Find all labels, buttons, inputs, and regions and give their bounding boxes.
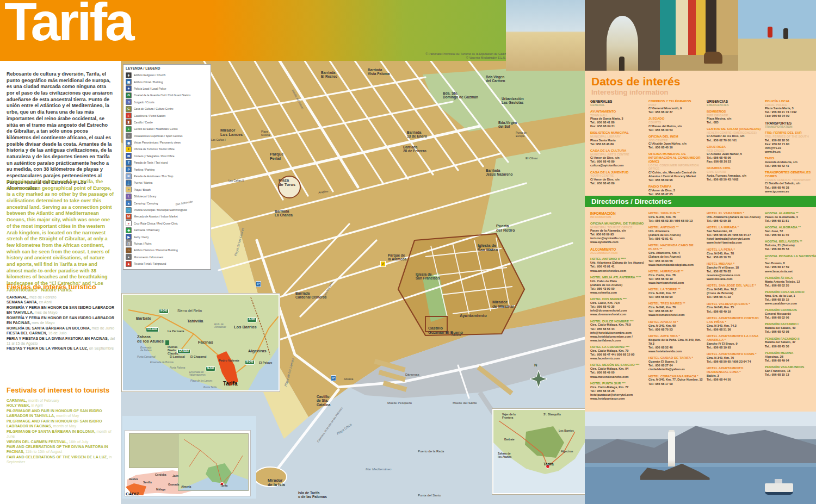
festival-item: VIRGEN DEL CARMEN FESTIVAL, 16th of July	[7, 439, 115, 444]
festival-item: FAIR AND CELEBRATIONS OF THE DIVINA PAST…	[7, 444, 115, 455]
directory-entry: OFICINA MUNICIPAL DE INFORMACIÓN AL CONS…	[648, 152, 703, 182]
fiesta-item: ROMERÍA Y FERIA EN HONOR DE SAN ISIDRO L…	[7, 305, 115, 315]
directory-entry: BOMBEROSFIRE BRIGADEPlaza Mesina, s/nTel…	[707, 110, 761, 125]
hotel-entry: HOTEL MESÓN DE SANCHO ***Ctra. Cádiz-Mál…	[590, 363, 645, 378]
hotel-entry: HOTEL COPACABANA BEACH *Ctra. N-340, Km.…	[648, 375, 703, 386]
inset-label: Los Barrios	[559, 430, 574, 433]
directory-entry: TRANSPORTES GENERALES COMESCOMES GENERAL…	[765, 171, 816, 194]
map-label: P	[256, 281, 261, 287]
hotel-entry: HOTEL APARTAMENTO CORTIJO LAS PIÑAS *Ctr…	[707, 316, 761, 332]
hotel-entry: HOTEL APARTAMENTO OASIS *Ctra. N-340, Km…	[707, 352, 761, 364]
map-label: Carretera de la Isla de las Palomas	[317, 407, 343, 443]
inset-label: Zahara de los Atunes	[498, 452, 511, 458]
directory-entry: POLICÍA LOCALLOCAL POLICEPlaza Santa Mar…	[765, 99, 816, 119]
inset-label: Barbate	[504, 438, 515, 441]
map-label: Muelle Pesquero	[387, 401, 412, 405]
inset-southeast-map: Vejer de la FronteraSª. BlanquillaBarbat…	[492, 409, 586, 494]
festival-item: FAIR AND CELEBRATIONS OF THE VIRGEN DE L…	[7, 455, 115, 465]
map-label: Muelle del Santo	[453, 401, 477, 405]
photo-beach-dunes	[506, 0, 585, 71]
hotel-entry: HOTEL HURRICANE **Ctra. Cádiz, Km. 78Tel…	[648, 270, 703, 285]
festival-item: HOLY WEEK, in April	[7, 403, 115, 408]
map-label: Arapiles	[318, 190, 329, 194]
map-label: Mirador de la Isla	[268, 478, 285, 488]
hotel-entry: HOTEL MISIANA *Sancho IV el Bravo, 18Tel…	[707, 262, 761, 281]
rider-red	[768, 27, 772, 38]
festival-item: PILGRIMAGE AND FAIR IN HONOUR OF SAN ISI…	[7, 419, 115, 429]
hotel-entry: HOTEL TRES MARES **Ctra. N-340, Km. 76Te…	[648, 302, 703, 317]
hotel-entry: HOTEL DULCE NOMBRE ***Ctra. Cádiz-Málaga…	[590, 320, 645, 343]
directorios-column-3: HOTEL EL VARADERO *Urb. Atlanterra (Zaha…	[707, 211, 761, 403]
directory-entry: CORREOS Y TELÉGRAFOSPOSTC/ General Mosca…	[648, 99, 703, 114]
directory-entry: CASA DE LA JUVENTUDYOUTH CENTREC/ Amor d…	[590, 171, 645, 185]
directorios-column-4: HOSTAL ALAMEDA **Paseo de la Alameda, 4T…	[765, 211, 816, 403]
inset-southeast-labels: Vejer de la FronteraSª. BlanquillaBarbat…	[493, 410, 585, 493]
credit-line: © Patronato Provincial de Turismo de la …	[332, 52, 506, 56]
hotel-entry: ALOJAMIENTOACCOMMODATION	[590, 247, 645, 255]
inset-label: Almería	[181, 486, 191, 489]
festival-item: CARNIVAL, month of February	[7, 398, 115, 403]
hotel-entry: HOTEL ANTONIO II ****Urb. Atlanterra (Za…	[590, 257, 645, 272]
datos-column-3: URGENCIASEMERGENCIESBOMBEROSFIRE BRIGADE…	[707, 99, 761, 203]
hotel-entry: HOTEL APARTAMENTO RESIDENCIAL LUNA *Bail…	[707, 366, 761, 382]
fiestas-heading: Fiestas de interés turístico	[7, 283, 96, 291]
mountain-silhouette	[585, 422, 816, 463]
inset-label: Málaga	[156, 488, 165, 491]
map-label: Isla de Tarifa o de las Palomas	[298, 491, 327, 499]
intro-english: Brimming with culture and fun, Tarifa, t…	[7, 179, 114, 293]
hotel-entry: PENSIÓN FACUNDO IBatalla del Salado, 40T…	[765, 322, 816, 334]
inset-label: CÁDIZ	[126, 492, 139, 497]
road-shield: A-381	[247, 318, 257, 322]
inset-regional-shields: N-340CA-2223CA-8202A-381N-340N-340	[123, 295, 279, 390]
festival-item: PILGRIMAGE AND FAIR IN HONOUR OF SAN ISI…	[7, 408, 115, 419]
map-label: Iglesia de San Mateo	[478, 244, 498, 253]
hotel-entry: HOTEL LA PEÑA *Ctra. N-340, Km. 78Tel.: …	[707, 248, 761, 259]
fiesta-item: CARNAVAL, mes de Febrero	[7, 295, 115, 300]
directory-entry: OFICINA DEL INEMJOB CENTREC/ Alcalde Jua…	[648, 135, 703, 150]
road-shield: CA-8202	[177, 349, 190, 354]
map-label: P	[331, 375, 336, 381]
inset-label: Granada	[168, 483, 179, 487]
street-ground	[660, 55, 738, 71]
map-label: i	[380, 261, 386, 267]
inset-label: Vejer de la Frontera	[502, 413, 516, 419]
tarifa-map-brochure: Tarifa © Patronato Provincial de Turismo…	[0, 0, 816, 504]
inset-label: Sevilla	[143, 481, 152, 484]
directorios-panel: INFORMACIÓNINFORMATIONOFICINA MUNICIPAL …	[585, 207, 816, 412]
datos-de-interes-panel: Datos de interés Interesting information…	[585, 71, 816, 196]
map-label: Dársenas	[405, 373, 419, 377]
inset-label: Huelva	[129, 478, 138, 481]
map-label: Puerto de la Rada	[418, 450, 444, 453]
hotel-entry: HOTEL PUNTA SUR ***Ctra. Cádiz-Málaga, K…	[590, 382, 645, 401]
inset-label: Tarifa	[543, 462, 554, 466]
map-label: Barriada La Chanca	[275, 209, 293, 217]
map-label: Puerta del Retiro	[496, 224, 515, 233]
map-label: Bda.Virgen del Carmen	[486, 75, 505, 83]
map-label: Mirador Los Lances	[220, 128, 243, 138]
hotel-entry: HOTEL EL VARADERO *Urb. Atlanterra (Zaha…	[707, 211, 761, 223]
festivals-list: CARNIVAL, month of FebruaryHOLY WEEK, in…	[7, 398, 115, 465]
hotel-entry: HOTEL LA MIRADA *San Sebastián, 41Tel.: …	[707, 226, 761, 245]
map-label: Barriada 28 de Febrero	[403, 145, 426, 153]
hotel-entry: HOTEL VALDEVAQUEROS *Ctra. N-340, Km. 75…	[707, 302, 761, 314]
inset-locator-labels: CórdobaJaénSevillaHuelvaGranadaAlmeríaMá…	[122, 416, 256, 499]
directorios-column-1: INFORMACIÓNINFORMATIONOFICINA MUNICIPAL …	[590, 211, 645, 403]
hotel-entry: OFICINA MUNICIPAL DE TURISMOMUNICIPAL TO…	[590, 222, 645, 245]
left-text-column: Rebosante de cultura y diversión, Tarifa…	[0, 61, 121, 504]
map-label: Barriada El Recreo	[321, 71, 337, 79]
inset-regional-map: BarbateSierra del RetínTahivillaLa Zarzu…	[122, 294, 280, 391]
directory-entry: JUZGADOCOURTSC/ Paseo del Retiro, s/nTel…	[648, 117, 703, 132]
map-label: Las Cañas I	[211, 139, 226, 142]
map-label: Urbanización Las Gaviotas	[502, 97, 524, 105]
fiesta-item: FIESTA DEL CARMEN, 16 de Julio	[7, 331, 115, 335]
map-label: Castillo de Sta. Catalina	[317, 395, 330, 407]
map-label: N	[534, 363, 537, 368]
hotel-entry: HOSTAL ALAMEDA **Paseo de la Alameda, 4T…	[765, 211, 816, 223]
hotel-entry: HOSTAL BELLAVISTA **Bolonia, 21 (Bolonia…	[765, 240, 816, 251]
inset-label: Jaén	[172, 475, 178, 478]
datos-column-1: GENERALESGENERALAYUNTAMIENTOTOWN HALLPla…	[590, 99, 645, 203]
map-label: Ayuntamiento	[460, 314, 487, 318]
page-title: Tarifa	[4, 0, 133, 52]
horse	[704, 52, 722, 64]
inset-label: Tarifa	[220, 484, 227, 488]
